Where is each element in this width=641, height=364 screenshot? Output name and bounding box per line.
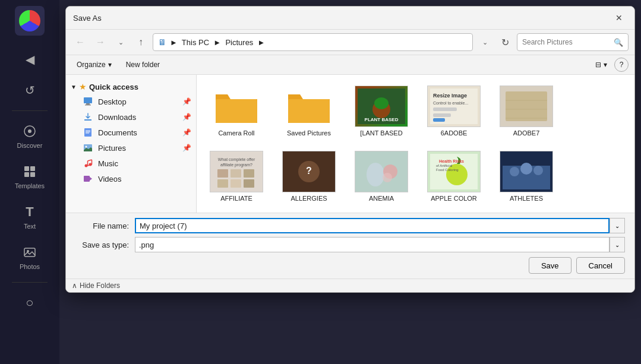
athletes-name: ATHLETES	[510, 195, 543, 202]
sidebar-item-back[interactable]: ◀	[6, 46, 53, 72]
sidebar-item-more[interactable]: ○	[6, 290, 53, 316]
svg-point-66	[510, 167, 519, 176]
file-item-camera-roll[interactable]: Camera Roll	[204, 82, 269, 140]
search-bar[interactable]: 🔍	[517, 33, 629, 51]
svg-line-23	[88, 160, 92, 161]
search-input[interactable]	[522, 38, 611, 46]
new-folder-button[interactable]: New folder	[121, 59, 165, 71]
sidebar-item-documents[interactable]: Documents 📌	[66, 125, 196, 140]
filename-row: File name: ⌄	[75, 218, 625, 233]
savetype-dropdown[interactable]: ⌄	[610, 237, 625, 252]
filename-dropdown[interactable]: ⌄	[610, 218, 625, 233]
dialog-navbar: ← → ⌄ ↑ 🖥 ► This PC ► Pictures ► ⌄ ↻ 🔍	[66, 30, 634, 55]
app-logo[interactable]	[15, 6, 45, 36]
svg-text:What complete offer: What complete offer	[218, 157, 255, 162]
sidebar-item-photos[interactable]: Photos	[6, 239, 53, 275]
nav-separator-2	[12, 282, 48, 283]
sidebar-item-photos-label: Photos	[20, 263, 40, 270]
app-logo-icon	[19, 10, 40, 31]
nav-forward-button[interactable]: →	[92, 34, 109, 50]
text-icon: T	[21, 204, 38, 220]
file-item-anemia[interactable]: ANEMIA	[349, 147, 414, 205]
sidebar-item-pictures[interactable]: Pictures 📌	[66, 140, 196, 156]
file-item-affiliate[interactable]: What complete offer affiliate program?	[204, 147, 269, 205]
sidebar-item-desktop[interactable]: Desktop 📌	[66, 94, 196, 109]
file-item-allergies[interactable]: ? ALLERGIES	[276, 147, 342, 205]
documents-icon	[83, 127, 93, 138]
breadcrumb-bar[interactable]: 🖥 ► This PC ► Pictures ►	[153, 33, 473, 51]
svg-text:Control to enable...: Control to enable...	[433, 101, 468, 105]
view-button[interactable]: ⊟ ▾	[591, 58, 612, 72]
dialog-close-button[interactable]: ✕	[611, 11, 627, 24]
save-dialog: Save As ✕ ← → ⌄ ↑ 🖥 ► This PC ► Pictures…	[65, 6, 635, 293]
svg-rect-49	[217, 179, 228, 188]
action-row: Save Cancel	[75, 257, 625, 274]
svg-rect-36	[433, 113, 451, 117]
thumb-adobe7	[500, 86, 553, 127]
sidebar-item-videos[interactable]: Videos	[66, 171, 196, 186]
thumb-allergies: ?	[282, 151, 336, 192]
sidebar-item-downloads[interactable]: Downloads 📌	[66, 109, 196, 125]
view-arrow: ▾	[604, 61, 607, 69]
savetype-value[interactable]: .png	[135, 237, 610, 252]
svg-rect-3	[30, 166, 35, 171]
svg-rect-4	[24, 172, 29, 177]
quick-access-label: Quick access	[89, 83, 138, 91]
folder-icon-camera-roll	[210, 86, 263, 127]
svg-point-56	[367, 163, 384, 186]
svg-rect-11	[84, 119, 91, 121]
dialog-controls: ✕	[611, 11, 627, 24]
desktop-pin-icon: 📌	[182, 97, 191, 106]
file-item-plant-based[interactable]: PLANT BASED [LANT BASED	[349, 82, 414, 140]
new-folder-label: New folder	[126, 61, 160, 69]
file-grid: Camera Roll Saved Pictures	[204, 82, 627, 205]
affiliate-name: AFFILIATE	[220, 195, 252, 202]
dialog-toolbar: Organize ▾ New folder ⊟ ▾ ?	[66, 55, 634, 75]
help-button[interactable]: ?	[614, 58, 629, 72]
sidebar-item-music[interactable]: Music	[66, 156, 196, 171]
nav-dropdown-button[interactable]: ⌄	[112, 34, 129, 50]
view-icon: ⊟	[595, 61, 601, 69]
quick-access-header[interactable]: ▼ ★ Quick access	[66, 80, 196, 94]
file-item-athletes[interactable]: ATHLETES	[494, 147, 559, 205]
sidebar-item-templates[interactable]: Templates	[6, 159, 53, 194]
svg-text:affiliate program?: affiliate program?	[220, 163, 252, 167]
thumb-6adobe: Resize Image Control to enable...	[427, 86, 481, 127]
cancel-button[interactable]: Cancel	[576, 257, 625, 274]
nav-back-button[interactable]: ←	[72, 34, 89, 50]
svg-rect-50	[230, 179, 241, 188]
svg-marker-25	[90, 177, 92, 181]
file-item-apple-color[interactable]: Health Risks of Artificial Food Coloring…	[421, 147, 487, 205]
file-item-saved-pictures[interactable]: Saved Pictures	[276, 82, 342, 140]
sidebar-item-refresh[interactable]: ↺	[6, 77, 53, 103]
svg-point-67	[520, 163, 532, 175]
filename-input[interactable]	[135, 218, 610, 233]
file-area: Camera Roll Saved Pictures	[197, 75, 634, 213]
downloads-pin-icon: 📌	[182, 113, 191, 121]
organize-button[interactable]: Organize ▾	[72, 59, 116, 71]
file-item-adobe7[interactable]: ADOBE7	[494, 82, 559, 140]
downloads-label: Downloads	[98, 113, 136, 122]
svg-point-30	[374, 97, 389, 109]
svg-text:Health Risks: Health Risks	[439, 159, 464, 163]
save-button[interactable]: Save	[529, 257, 571, 274]
documents-pin-icon: 📌	[182, 128, 191, 137]
main-area: Save As ✕ ← → ⌄ ↑ 🖥 ► This PC ► Pictures…	[59, 0, 641, 364]
adobe7-name: ADOBE7	[513, 129, 540, 137]
nav-refresh-button[interactable]: ↻	[497, 34, 513, 50]
sidebar-item-text[interactable]: T Text	[6, 199, 53, 235]
nav-up-button[interactable]: ↑	[132, 34, 149, 50]
quick-access-star: ★	[79, 82, 87, 91]
hide-folders-row[interactable]: ∧ Hide Folders	[66, 278, 634, 292]
sidebar-item-templates-label: Templates	[15, 182, 45, 189]
hide-folders-icon: ∧	[72, 281, 77, 290]
nav-dropdown2-button[interactable]: ⌄	[476, 34, 493, 50]
organize-label: Organize	[77, 61, 106, 69]
back-icon: ◀	[21, 51, 38, 68]
sidebar-item-discover[interactable]: Discover	[6, 118, 53, 154]
thumb-anemia	[355, 151, 408, 192]
pc-icon: 🖥	[158, 37, 166, 47]
filename-label: File name:	[75, 221, 129, 230]
file-item-6adobe[interactable]: Resize Image Control to enable... 6ADOBE	[421, 82, 487, 140]
sidebar-item-discover-label: Discover	[17, 142, 43, 149]
